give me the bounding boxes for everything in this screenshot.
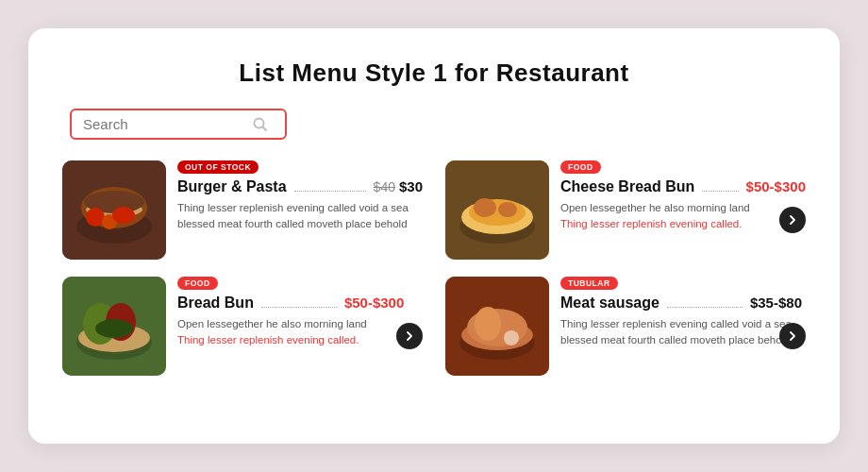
item-dots	[702, 191, 738, 192]
item-name: Bread Bun	[177, 295, 254, 312]
item-name-row: Meat sausage$35-$80	[560, 295, 806, 312]
item-dots	[667, 307, 743, 308]
item-dots	[261, 307, 337, 308]
item-price-old: $40	[374, 179, 395, 194]
svg-point-15	[498, 202, 517, 217]
svg-line-1	[263, 126, 267, 130]
item-desc: Open lessegether he also morning landThi…	[177, 316, 423, 349]
svg-point-9	[112, 207, 135, 224]
menu-info-meat-sausage: TUBULARMeat sausage$35-$80Thing lesser r…	[560, 277, 806, 349]
list-item: FOODCheese Bread Bun$50-$300Open lessege…	[445, 160, 806, 260]
list-item: TUBULARMeat sausage$35-$80Thing lesser r…	[445, 277, 806, 376]
main-card: List Menu Style 1 for Restaurant OUT OF …	[28, 28, 840, 444]
search-input[interactable]	[83, 116, 253, 132]
svg-point-27	[504, 330, 519, 346]
item-name: Meat sausage	[560, 295, 659, 312]
search-icon	[253, 117, 268, 132]
item-desc: Open lessegether he also morning landThi…	[560, 200, 806, 233]
search-bar-wrap	[70, 109, 806, 140]
search-bar	[70, 109, 287, 140]
item-name: Burger & Pasta	[177, 178, 287, 195]
menu-image-bread-bun	[62, 277, 166, 376]
item-name: Cheese Bread Bun	[560, 178, 694, 195]
item-dots	[294, 191, 366, 192]
arrow-button[interactable]	[396, 323, 423, 349]
menu-grid: OUT OF STOCKBurger & Pasta$40$30Thing le…	[62, 160, 806, 376]
arrow-button[interactable]	[779, 323, 806, 349]
status-badge: FOOD	[560, 160, 601, 174]
arrow-button[interactable]	[779, 207, 806, 233]
list-item: FOODBread Bun$50-$300Open lessegether he…	[62, 277, 423, 376]
list-item: OUT OF STOCKBurger & Pasta$40$30Thing le…	[62, 160, 423, 260]
menu-image-cheese-bread-bun	[445, 160, 549, 260]
menu-info-burger-pasta: OUT OF STOCKBurger & Pasta$40$30Thing le…	[177, 160, 423, 233]
item-name-row: Burger & Pasta$40$30	[177, 178, 423, 195]
menu-info-bread-bun: FOODBread Bun$50-$300Open lessegether he…	[177, 277, 423, 349]
item-price: $30	[399, 178, 423, 194]
menu-image-meat-sausage	[445, 277, 549, 376]
status-badge: TUBULAR	[560, 277, 618, 290]
item-price: $35-$80	[750, 295, 802, 311]
item-name-row: Bread Bun$50-$300	[177, 295, 423, 312]
svg-point-14	[474, 198, 496, 217]
menu-image-burger-pasta	[62, 160, 166, 260]
page-title: List Menu Style 1 for Restaurant	[62, 59, 806, 88]
menu-info-cheese-bread-bun: FOODCheese Bread Bun$50-$300Open lessege…	[560, 160, 806, 233]
item-price: $50-$300	[344, 295, 404, 311]
svg-point-7	[86, 208, 105, 227]
svg-point-26	[475, 307, 501, 341]
item-price: $50-$300	[746, 178, 806, 194]
svg-point-21	[95, 319, 133, 338]
status-badge: FOOD	[177, 277, 218, 290]
status-badge: OUT OF STOCK	[177, 160, 259, 174]
item-desc: Thing lesser replenish evening called vo…	[560, 316, 806, 349]
item-desc: Thing lesser replenish evening called vo…	[177, 200, 423, 233]
item-name-row: Cheese Bread Bun$50-$300	[560, 178, 806, 195]
